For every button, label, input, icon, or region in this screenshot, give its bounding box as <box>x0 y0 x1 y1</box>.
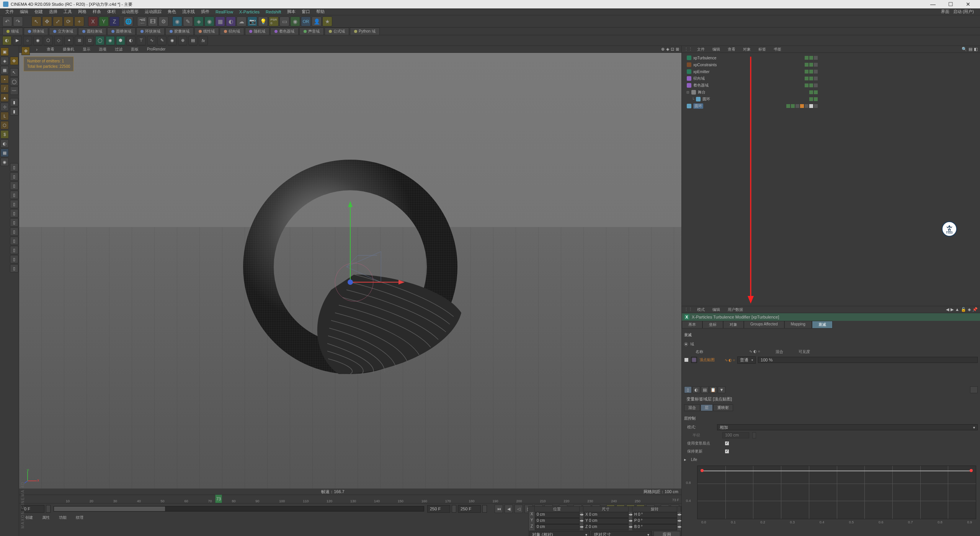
vp-nav-icon-1[interactable]: ⊕ <box>661 47 665 52</box>
deformer-button[interactable]: ▦ <box>215 16 225 26</box>
shelf-icon-11[interactable]: ◉ <box>106 36 115 45</box>
menu-x-particles[interactable]: X-Particles <box>236 10 263 14</box>
shelf-tab-0[interactable]: 细域 <box>2 28 23 35</box>
floor-button[interactable]: ▭ <box>279 16 289 26</box>
timeline-range-end[interactable]: 250 F <box>458 505 481 513</box>
field-blend-dropdown[interactable]: 普通 <box>737 356 756 364</box>
om-search-icon[interactable]: 🔍 <box>962 47 967 52</box>
coord-mode-dropdown[interactable]: 对象 (相对) <box>529 531 590 536</box>
tree-row-4[interactable]: 着色器域 <box>683 82 978 89</box>
obj-name[interactable]: 圆环 <box>702 96 710 102</box>
3d-viewport[interactable]: Number of emitters: 1 Total live particl… <box>19 53 681 489</box>
shelf-tab-1[interactable]: 球体域 <box>24 28 48 35</box>
shelf-tab-11[interactable]: 声音域 <box>299 28 324 35</box>
layer-tab-blend[interactable]: 混合 <box>684 404 700 411</box>
om-menu-edit[interactable]: 编辑 <box>709 47 723 52</box>
light-button[interactable]: 💡 <box>258 16 268 26</box>
layer-btn-1[interactable]: ▯ <box>684 386 692 393</box>
shelf-icon-4[interactable]: ◉ <box>33 36 42 45</box>
obj-name[interactable]: xpConstraints <box>693 63 717 67</box>
menu-插件[interactable]: 插件 <box>198 9 212 15</box>
obj-name[interactable]: 径向域 <box>693 76 705 81</box>
generator-button[interactable]: ◉ <box>204 16 214 26</box>
attr-lock-icon[interactable]: 🔓 <box>961 307 966 312</box>
menu-选择[interactable]: 选择 <box>46 9 60 15</box>
lasso-tool[interactable]: ◯ <box>10 77 18 86</box>
attr-menu-mode[interactable]: 模式 <box>694 307 708 312</box>
field-name-label[interactable]: 顶点贴图 <box>699 357 722 363</box>
tree-row-7[interactable]: 圆环 <box>683 103 978 109</box>
tree-row-0[interactable]: xpTurbulence <box>683 54 978 61</box>
attr-tab-groups[interactable]: Groups Affected <box>744 321 784 328</box>
layer-btn-2[interactable]: ◐ <box>693 386 700 393</box>
uv-poly-button[interactable]: ⬡ <box>0 121 9 129</box>
om-menu-view[interactable]: 查看 <box>725 47 738 52</box>
menu-运动跟踪[interactable]: 运动跟踪 <box>142 9 165 15</box>
shelf-icon-8[interactable]: ⊞ <box>75 36 84 45</box>
coord-system-button[interactable]: 🌐 <box>123 16 133 26</box>
shelf-icon-14[interactable]: ⊤ <box>137 36 146 45</box>
edge-mode-button[interactable]: / <box>0 84 9 93</box>
attr-up-icon[interactable]: ▲ <box>955 307 959 312</box>
vp-nav-icon-3[interactable]: ⊡ <box>671 47 674 52</box>
menu-创建[interactable]: 创建 <box>31 9 46 15</box>
playhead[interactable]: 73 <box>215 495 222 503</box>
om-menu-objects[interactable]: 对象 <box>740 47 754 52</box>
minimize-button[interactable]: — <box>924 0 942 8</box>
vp-nav-icon-2[interactable]: ◈ <box>666 47 669 52</box>
camera-button[interactable]: 📷 <box>247 16 257 26</box>
render-settings-button[interactable]: ⚙ <box>158 16 168 26</box>
attr-tab-object[interactable]: 对象 <box>723 321 744 328</box>
environment-button[interactable]: ☁ <box>237 16 247 26</box>
tree-row-5[interactable]: ⊟舞台 <box>683 89 978 96</box>
om-menu-bookmarks[interactable]: 书签 <box>771 47 784 52</box>
recent-tool[interactable]: + <box>74 16 84 26</box>
attr-tab-basic[interactable]: 基本 <box>682 321 702 328</box>
vp-menu-options[interactable]: 选项 <box>96 47 109 52</box>
workplane-button[interactable]: ▦ <box>0 66 9 74</box>
live-select-tool[interactable]: ↖ <box>10 68 18 77</box>
play-back-button[interactable]: ◁ <box>514 505 523 513</box>
shelf-icon-19[interactable]: ▤ <box>188 36 198 45</box>
tab-function[interactable]: 功能 <box>55 515 70 521</box>
modeling-tool-3[interactable]: ▯ <box>10 181 18 190</box>
tweak-tool-1[interactable]: ▮ <box>10 98 18 106</box>
y-axis-toggle[interactable]: Y <box>99 16 109 26</box>
timeline-end-input[interactable]: 250 F <box>427 505 450 513</box>
modeling-tool-1[interactable]: ▯ <box>10 163 18 172</box>
shelf-icon-17[interactable]: ◉ <box>168 36 177 45</box>
layer-tab-layer[interactable]: 层 <box>701 404 713 411</box>
tree-row-1[interactable]: xpConstraints <box>683 61 978 68</box>
shelf-icon-6[interactable]: ◇ <box>54 36 63 45</box>
cube-primitive-button[interactable]: ◉ <box>172 16 182 26</box>
pen-tool-button[interactable]: ✎ <box>183 16 193 26</box>
psr-button[interactable]: PSR0 <box>269 16 279 26</box>
layer-btn-5[interactable]: ▼ <box>718 386 725 393</box>
layer-btn-3[interactable]: ▤ <box>701 386 709 393</box>
menu-网格[interactable]: 网格 <box>75 9 90 15</box>
attr-next-icon[interactable]: ▶ <box>951 307 954 312</box>
shelf-icon-9[interactable]: ⊡ <box>85 36 94 45</box>
undo-button[interactable]: ↶ <box>2 16 12 26</box>
obj-name[interactable]: xpTurbulence <box>693 56 716 60</box>
move-tool[interactable]: ✥ <box>42 16 52 26</box>
tree-row-3[interactable]: 径向域 <box>683 75 978 82</box>
render-view-button[interactable]: 🎬 <box>137 16 147 26</box>
menu-运动图形[interactable]: 运动图形 <box>119 9 142 15</box>
menu-脚本[interactable]: 脚本 <box>284 9 299 15</box>
modeling-tool-7[interactable]: ▯ <box>10 218 18 227</box>
torus-object[interactable] <box>216 137 484 405</box>
coord-size-dropdown[interactable]: 绝对尺寸 <box>591 531 652 536</box>
shelf-tab-12[interactable]: 公式域 <box>325 28 349 35</box>
volume-button[interactable]: ◉ <box>290 16 300 26</box>
menu-编辑[interactable]: 编辑 <box>17 9 31 15</box>
shelf-tab-13[interactable]: Python 域 <box>350 28 380 35</box>
uv-point-button[interactable]: L <box>0 112 9 120</box>
layer-btn-4[interactable]: 📋 <box>709 386 717 393</box>
shelf-tab-9[interactable]: 随机域 <box>245 28 270 35</box>
modeling-tool-6[interactable]: ▯ <box>10 209 18 217</box>
field-button[interactable]: ◐ <box>226 16 236 26</box>
modeling-tool-11[interactable]: ▯ <box>10 255 18 263</box>
shelf-icon-10[interactable]: ◯ <box>95 36 105 45</box>
z-axis-toggle[interactable]: Z <box>109 16 119 26</box>
